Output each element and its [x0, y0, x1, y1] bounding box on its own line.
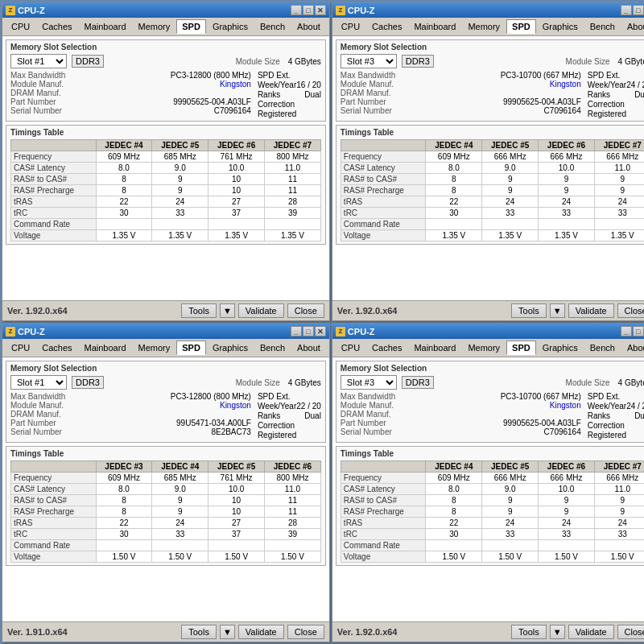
module-size-label: Module Size — [236, 378, 280, 387]
row-value: 11.0 — [594, 163, 644, 174]
serial-number-value: C7096164 — [214, 106, 251, 115]
tab-cpu[interactable]: CPU — [336, 341, 365, 355]
tab-about[interactable]: About — [621, 19, 644, 34]
maximize-button[interactable]: □ — [633, 5, 644, 15]
minimize-button[interactable]: _ — [291, 326, 302, 336]
row-value: 609 MHz — [426, 473, 482, 484]
row-value: 8 — [96, 495, 152, 506]
row-value: 33 — [594, 208, 644, 219]
row-value — [152, 540, 208, 551]
tab-mainboard[interactable]: Mainboard — [408, 19, 461, 34]
tab-bench[interactable]: Bench — [254, 19, 291, 34]
tab-spd[interactable]: SPD — [176, 19, 206, 34]
row-value: 666 MHz — [539, 473, 595, 484]
tab-bench[interactable]: Bench — [584, 19, 621, 34]
tab-memory[interactable]: Memory — [133, 19, 176, 34]
validate-button[interactable]: Validate — [568, 303, 614, 318]
tab-mainboard[interactable]: Mainboard — [79, 341, 132, 355]
close-button[interactable]: ✕ — [315, 5, 326, 15]
slot-select[interactable]: Slot #1 — [10, 54, 67, 68]
tab-mainboard[interactable]: Mainboard — [408, 341, 461, 355]
tab-mainboard[interactable]: Mainboard — [79, 19, 132, 34]
mem-right: SPD Ext. Week/Year 22 / 20 Ranks Dual Co… — [258, 392, 321, 440]
tab-memory[interactable]: Memory — [133, 341, 176, 355]
window-title: CPU-Z — [348, 6, 375, 15]
row-value: 28 — [265, 196, 321, 208]
tab-caches[interactable]: Caches — [36, 19, 77, 34]
tab-graphics[interactable]: Graphics — [207, 19, 254, 34]
tab-caches[interactable]: Caches — [366, 19, 407, 34]
row-value: 9.0 — [152, 484, 208, 495]
row-value: 10.0 — [208, 163, 265, 174]
dram-manuf-field: DRAM Manuf. — [10, 410, 251, 419]
tab-graphics[interactable]: Graphics — [537, 341, 584, 355]
tab-graphics[interactable]: Graphics — [207, 341, 254, 355]
slot-select[interactable]: Slot #3 — [341, 54, 397, 68]
tools-button[interactable]: Tools — [181, 625, 217, 639]
tab-memory[interactable]: Memory — [462, 341, 506, 355]
tab-cpu[interactable]: CPU — [336, 19, 365, 34]
registered-label: Registered — [588, 431, 626, 440]
row-value: 39 — [265, 529, 321, 540]
row-value: 24 — [539, 196, 595, 208]
close-button[interactable]: Close — [287, 303, 324, 318]
row-value — [152, 219, 208, 230]
table-header: JEDEC #4 — [96, 140, 152, 151]
tab-bench[interactable]: Bench — [584, 341, 621, 355]
close-button[interactable]: ✕ — [315, 326, 326, 336]
slot-select[interactable]: Slot #1 — [10, 375, 67, 390]
tab-spd[interactable]: SPD — [506, 341, 536, 355]
tab-cpu[interactable]: CPU — [6, 341, 35, 355]
serial-number-field: Serial Number 8E2BAC73 — [10, 427, 251, 436]
memory-slot-section: Memory Slot Selection Slot #1 DDR3 Modul… — [6, 39, 326, 122]
validate-button[interactable]: Validate — [568, 625, 614, 639]
tools-button[interactable]: Tools — [511, 625, 547, 639]
row-value: 1.50 V — [539, 551, 595, 563]
minimize-button[interactable]: _ — [621, 326, 632, 336]
maximize-button[interactable]: □ — [303, 5, 314, 15]
validate-button[interactable]: Validate — [238, 625, 284, 639]
tab-spd[interactable]: SPD — [506, 19, 536, 34]
slot-select[interactable]: Slot #3 — [341, 375, 397, 390]
tab-spd[interactable]: SPD — [176, 341, 206, 355]
spd-ext-field: SPD Ext. — [588, 71, 644, 80]
row-value: 10 — [208, 495, 265, 506]
tab-cpu[interactable]: CPU — [6, 19, 35, 34]
tab-caches[interactable]: Caches — [366, 341, 407, 355]
tab-about[interactable]: About — [621, 341, 644, 355]
window-win2: Z CPU-Z _ □ ✕ CPUCachesMainboardMemorySP… — [332, 2, 644, 321]
tools-button[interactable]: Tools — [511, 303, 547, 318]
row-value: 30 — [426, 529, 482, 540]
row-value: 609 MHz — [426, 151, 482, 163]
tab-about[interactable]: About — [291, 19, 326, 34]
module-manuf-field: Module Manuf. Kingston — [341, 401, 581, 410]
correction-field: Correction — [258, 421, 321, 430]
tab-caches[interactable]: Caches — [36, 341, 77, 355]
tab-memory[interactable]: Memory — [462, 19, 506, 34]
tools-dropdown[interactable]: ▼ — [550, 625, 565, 639]
ranks-value: Dual — [304, 411, 321, 420]
tab-about[interactable]: About — [291, 341, 326, 355]
close-button[interactable]: Close — [617, 625, 644, 639]
tools-button[interactable]: Tools — [181, 303, 217, 318]
validate-button[interactable]: Validate — [238, 303, 284, 318]
tools-dropdown[interactable]: ▼ — [220, 303, 235, 318]
spd-ext-label: SPD Ext. — [588, 392, 621, 401]
maximize-button[interactable]: □ — [633, 326, 644, 336]
footer-bar: Ver. 1.92.0.x64 Tools ▼ Validate Close — [2, 300, 329, 320]
minimize-button[interactable]: _ — [291, 5, 302, 15]
timings-title: Timings Table — [341, 449, 644, 458]
module-manuf-label: Module Manuf. — [10, 401, 64, 410]
tab-bench[interactable]: Bench — [254, 341, 291, 355]
close-button[interactable]: Close — [287, 625, 324, 639]
row-value: 1.50 V — [96, 551, 152, 563]
row-value: 1.35 V — [539, 230, 595, 242]
section-title: Memory Slot Selection — [10, 364, 321, 373]
minimize-button[interactable]: _ — [621, 5, 632, 15]
tools-dropdown[interactable]: ▼ — [220, 625, 235, 639]
mem-left: Max Bandwidth PC3-12800 (800 MHz) Module… — [10, 392, 251, 440]
tools-dropdown[interactable]: ▼ — [550, 303, 565, 318]
tab-graphics[interactable]: Graphics — [537, 19, 584, 34]
maximize-button[interactable]: □ — [303, 326, 314, 336]
close-button[interactable]: Close — [617, 303, 644, 318]
